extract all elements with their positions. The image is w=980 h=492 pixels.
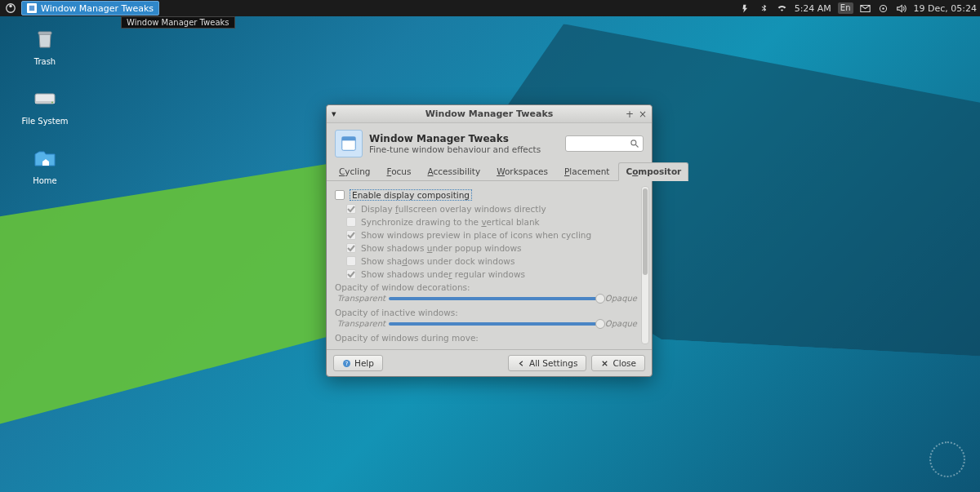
taskbar-item-label: Window Manager Tweaks (41, 3, 154, 14)
desktop-icons: Trash File System Home (16, 24, 74, 203)
start-menu-button[interactable] (3, 1, 18, 16)
header-title: Window Manager Tweaks (369, 133, 541, 144)
app-icon (335, 130, 363, 157)
clock-date[interactable]: 19 Dec, 05:24 (914, 3, 977, 14)
checkbox-enable-compositing[interactable]: Enable display compositing (335, 189, 637, 201)
settings-search-input[interactable] (565, 135, 644, 152)
svg-point-8 (51, 102, 53, 104)
checkbox-option-3[interactable]: Show shadows under popup windows (346, 243, 637, 253)
svg-point-11 (631, 140, 636, 145)
checkbox-label: Display fullscreen overlay windows direc… (361, 204, 546, 214)
svg-point-4 (882, 7, 884, 9)
tab-workspaces[interactable]: Workspaces (489, 162, 555, 180)
keyboard-indicator[interactable]: En (838, 2, 853, 14)
checkbox-label: Enable display compositing (350, 189, 472, 201)
desktop-icon-home[interactable]: Home (16, 144, 74, 185)
network-icon[interactable] (777, 2, 788, 14)
slider-title: Opacity of inactive windows: (335, 308, 637, 317)
trash-icon (30, 24, 60, 54)
bluetooth-icon[interactable] (759, 2, 770, 14)
taskbar-tooltip: Window Manager Tweaks (121, 16, 235, 29)
checkbox-label: Show shadows under popup windows (361, 243, 522, 253)
drive-icon (30, 84, 60, 113)
svg-point-1 (9, 5, 12, 8)
opacity-slider-1[interactable] (389, 322, 602, 326)
checkbox-option-2[interactable]: Show windows preview in place of icons w… (346, 230, 637, 240)
clock-time[interactable]: 5:24 AM (795, 3, 831, 14)
slider-max-label: Opaque (605, 294, 637, 303)
tab-cycling[interactable]: Cycling (332, 162, 378, 180)
window-menu-icon[interactable]: ▾ (332, 109, 336, 119)
volume-icon[interactable] (896, 2, 907, 14)
notify-icon[interactable] (878, 2, 889, 14)
checkbox-label: Show shadows under regular windows (361, 269, 525, 279)
tab-focus[interactable]: Focus (380, 162, 419, 180)
checkbox-option-0[interactable]: Display fullscreen overlay windows direc… (346, 204, 637, 214)
checkbox-label: Show shadows under dock windows (361, 256, 514, 266)
svg-text:?: ? (345, 361, 349, 367)
svg-rect-2 (29, 6, 34, 11)
minimize-button[interactable]: + (626, 109, 634, 120)
opacity-slider-0[interactable] (389, 297, 602, 300)
desktop-icon-label: File System (16, 117, 74, 126)
window-icon (27, 3, 37, 13)
header-subtitle: Fine-tune window behaviour and effects (369, 144, 541, 154)
titlebar[interactable]: ▾ Window Manager Tweaks + × (327, 105, 652, 123)
slider-min-label: Transparent (335, 319, 385, 328)
slider-min-label: Transparent (335, 294, 385, 303)
checkbox-option-5[interactable]: Show shadows under regular windows (346, 269, 637, 279)
tab-placement[interactable]: Placement (557, 162, 617, 180)
tab-compositor[interactable]: Compositor (618, 162, 688, 181)
checkbox-label: Synchronize drawing to the vertical blan… (361, 217, 540, 227)
checkbox-option-4[interactable]: Show shadows under dock windows (346, 256, 637, 266)
taskbar-item-wmtweaks[interactable]: Window Manager Tweaks (21, 1, 159, 16)
close-window-button[interactable]: × (639, 109, 647, 120)
desktop-icon-label: Home (16, 176, 74, 185)
folder-home-icon (30, 144, 60, 173)
desktop-icon-label: Trash (16, 57, 74, 66)
tab-accessibility[interactable]: Accessibility (421, 162, 488, 180)
settings-window: ▾ Window Manager Tweaks + × Window Manag… (326, 104, 653, 377)
search-icon (630, 139, 639, 148)
workspace-switcher[interactable] (929, 441, 965, 477)
slider-title: Opacity of windows during move: (335, 333, 637, 343)
tab-bar: CyclingFocusAccessibilityWorkspacesPlace… (327, 162, 652, 181)
slider-title: Opacity of window decorations: (335, 282, 637, 292)
top-panel: Window Manager Tweaks 5:24 AM En 19 Dec,… (0, 0, 980, 16)
slider-max-label: Opaque (605, 319, 637, 328)
checkbox-label: Show windows preview in place of icons w… (361, 230, 591, 240)
window-title: Window Manager Tweaks (327, 109, 652, 119)
power-icon[interactable] (741, 2, 752, 14)
checkbox-option-1[interactable]: Synchronize drawing to the vertical blan… (346, 217, 637, 227)
desktop-icon-filesystem[interactable]: File System (16, 84, 74, 126)
vertical-scrollbar[interactable] (641, 186, 649, 344)
desktop-icon-trash[interactable]: Trash (16, 24, 74, 66)
all-settings-button[interactable]: All Settings (508, 355, 586, 371)
svg-line-12 (636, 145, 639, 148)
svg-rect-5 (38, 32, 51, 34)
svg-rect-10 (342, 137, 356, 141)
close-button[interactable]: Close (591, 355, 645, 371)
help-button[interactable]: ? Help (333, 355, 383, 371)
mail-icon[interactable] (860, 2, 871, 14)
